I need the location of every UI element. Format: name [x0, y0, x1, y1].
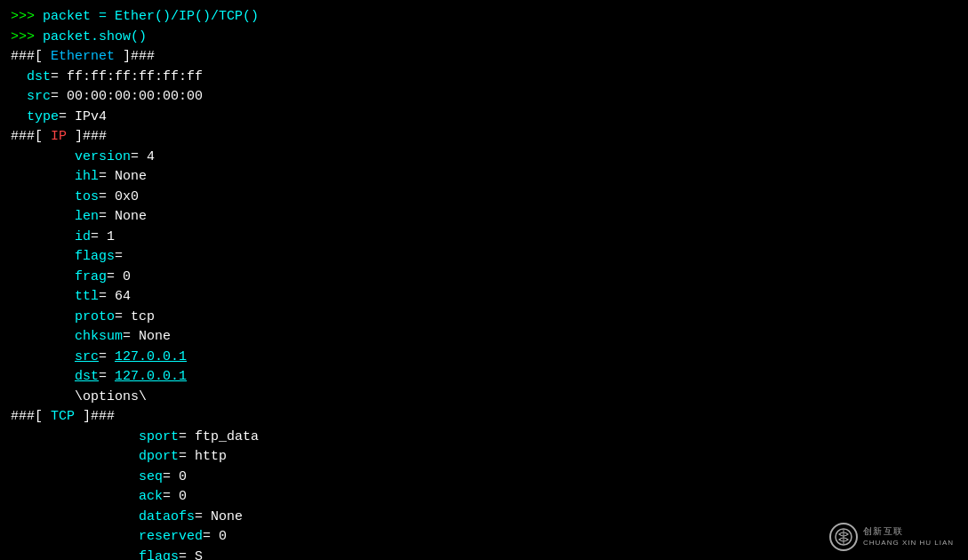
line-proto: proto= tcp — [11, 308, 957, 328]
cmd-2: packet.show() — [43, 29, 147, 44]
line-ip-header: ###[ IP ]### — [11, 127, 957, 148]
hash-ip-prefix: ###[ — [11, 129, 51, 144]
ethernet-label: Ethernet — [51, 49, 115, 64]
terminal: >>> packet = Ether()/IP()/TCP() >>> pack… — [0, 0, 968, 560]
tcp-label: TCP — [51, 409, 75, 424]
line-reserved: reserved= 0 — [11, 527, 957, 548]
line-ethernet-header: ###[ Ethernet ]### — [11, 47, 957, 68]
line-chksum-ip: chksum= None — [11, 327, 957, 348]
prompt-1: >>> — [11, 9, 43, 24]
hash-ip-suffix: ]### — [67, 129, 107, 144]
watermark: 创新互联 CHUANG XIN HU LIAN — [829, 523, 954, 551]
cmd-1: packet = Ether()/IP()/TCP() — [43, 9, 259, 24]
line-sport: sport= ftp_data — [11, 428, 957, 448]
line-src-eth: src= 00:00:00:00:00:00 — [11, 87, 957, 108]
watermark-icon — [834, 527, 853, 547]
line-2: >>> packet.show() — [11, 28, 957, 48]
hash-tcp-prefix: ###[ — [11, 409, 51, 424]
watermark-text: 创新互联 CHUANG XIN HU LIAN — [863, 525, 954, 548]
line-ihl: ihl= None — [11, 167, 957, 188]
prompt-2: >>> — [11, 29, 43, 44]
line-version: version= 4 — [11, 148, 957, 168]
line-options-ip: \options\ — [11, 388, 957, 408]
line-seq: seq= 0 — [11, 468, 957, 488]
line-type: type= IPv4 — [11, 108, 957, 128]
line-ttl: ttl= 64 — [11, 287, 957, 308]
line-dataofs: dataofs= None — [11, 508, 957, 528]
line-flags-ip: flags= — [11, 247, 957, 268]
line-ack: ack= 0 — [11, 487, 957, 508]
line-dst-ip: dst= 127.0.0.1 — [11, 367, 957, 388]
line-1: >>> packet = Ether()/IP()/TCP() — [11, 7, 957, 28]
line-tos: tos= 0x0 — [11, 188, 957, 208]
line-src-ip: src= 127.0.0.1 — [11, 348, 957, 368]
line-len: len= None — [11, 207, 957, 228]
line-dst: dst= ff:ff:ff:ff:ff:ff — [11, 68, 957, 88]
ip-label: IP — [51, 129, 67, 144]
hash-tcp-suffix: ]### — [75, 409, 115, 424]
line-dport: dport= http — [11, 447, 957, 468]
watermark-logo — [829, 523, 858, 551]
line-frag: frag= 0 — [11, 268, 957, 288]
hash-suffix: ]### — [115, 49, 155, 64]
line-tcp-header: ###[ TCP ]### — [11, 407, 957, 428]
line-id: id= 1 — [11, 228, 957, 248]
line-flags-tcp: flags= S — [11, 548, 957, 561]
hash-prefix: ###[ — [11, 49, 51, 64]
